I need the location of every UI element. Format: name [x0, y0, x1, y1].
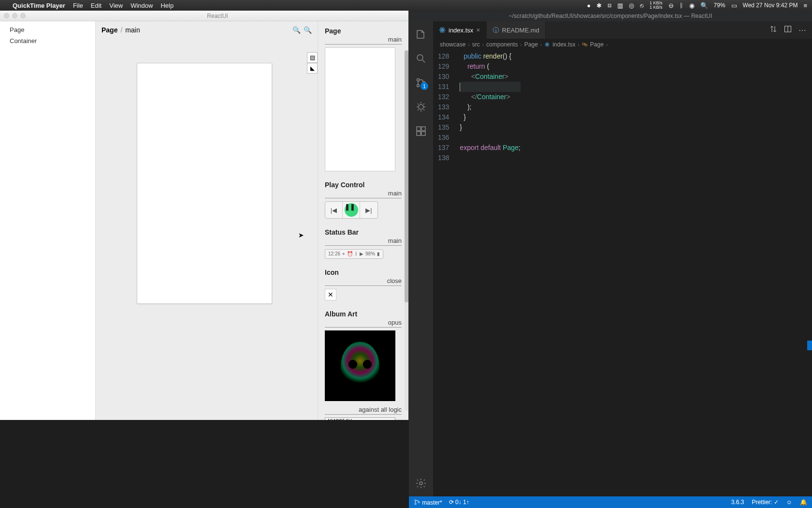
network-speed[interactable]: 1 KB/s 1 KB/s — [650, 1, 663, 10]
menu-edit[interactable]: Edit — [91, 2, 102, 9]
prettier-status[interactable]: Prettier: ✓ — [752, 499, 778, 506]
extensions-icon[interactable] — [415, 125, 427, 137]
status-time: 12:26 — [328, 251, 340, 256]
gallery-title-icon: Icon — [325, 269, 402, 276]
panel-scrollbar[interactable] — [405, 50, 408, 410]
tab-index-tsx[interactable]: index.tsx × — [433, 21, 487, 39]
battery-icon[interactable]: ▭ — [731, 2, 737, 9]
location-icon: ⌖ — [342, 251, 345, 257]
sidebar-item-page[interactable]: Page — [0, 24, 95, 35]
svg-point-16 — [547, 44, 548, 45]
svg-rect-21 — [585, 44, 587, 46]
menu-view[interactable]: View — [109, 2, 123, 9]
vscode-titlebar: ~/scratch/github/ReactUI/showcase/src/co… — [409, 11, 812, 21]
overview-ruler[interactable] — [807, 50, 812, 496]
breadcrumb-item[interactable]: Page — [524, 41, 538, 48]
source-control-icon[interactable]: 1 — [415, 76, 427, 89]
tab-close-icon[interactable]: × — [476, 26, 480, 34]
git-sync[interactable]: ⟳ 0↓ 1↑ — [449, 499, 469, 506]
showcase-breadcrumb: Page / main 🔍 🔍 — [96, 21, 318, 39]
battery-percent[interactable]: 79% — [714, 2, 725, 9]
feedback-icon[interactable]: ☺ — [786, 499, 792, 506]
gallery-variant-play-control[interactable]: main — [325, 190, 402, 198]
git-branch[interactable]: master* — [414, 499, 442, 506]
minimize-button[interactable] — [12, 13, 17, 18]
breadcrumb-item[interactable]: index.tsx — [552, 41, 575, 48]
record-indicator-icon[interactable]: ● — [587, 2, 591, 9]
more-actions-icon[interactable]: ⋯ — [798, 26, 806, 35]
code-content[interactable]: public render() { return ( <Container> <… — [456, 50, 520, 496]
gallery-preview-status-bar[interactable]: 12:26 ⌖ ⏰ ᛒ ▶ 98% ▮ — [325, 249, 383, 259]
breadcrumb-component: Page — [102, 26, 117, 34]
debug-icon[interactable] — [415, 101, 427, 113]
app-icon[interactable]: ◎ — [629, 2, 634, 9]
dropbox-icon[interactable]: ⧈ — [608, 1, 611, 9]
gallery-variant-page[interactable]: main — [325, 36, 402, 45]
menu-file[interactable]: File — [73, 2, 83, 9]
menu-window[interactable]: Window — [130, 2, 153, 9]
datetime[interactable]: Wed 27 Nov 9:42 PM — [743, 2, 798, 9]
file-icon — [544, 42, 550, 47]
bluetooth-icon[interactable]: ᛒ — [680, 2, 683, 9]
bluetooth-small-icon: ᛒ — [355, 251, 358, 256]
svg-point-9 — [420, 482, 422, 485]
gallery-variant-album-aal[interactable]: against all logic — [325, 406, 402, 415]
gallery-title-play-control: Play Control — [325, 181, 402, 189]
album-art-skull-image — [341, 342, 379, 390]
tool-icon[interactable]: ⎋ — [640, 2, 644, 9]
compare-changes-icon[interactable] — [769, 25, 777, 35]
tab-readme[interactable]: README.md — [487, 21, 546, 39]
split-editor-icon[interactable] — [784, 25, 792, 35]
menubar-extra-icon[interactable]: ✱ — [596, 2, 602, 9]
svg-rect-7 — [417, 132, 420, 135]
svg-point-4 — [419, 105, 423, 109]
breadcrumb-item[interactable]: src — [472, 41, 480, 48]
spotlight-icon[interactable]: 🔍 — [700, 2, 708, 9]
breadcrumb-item[interactable]: showcase — [440, 41, 465, 48]
panel-scrollbar-thumb[interactable] — [405, 50, 408, 302]
zoom-in-icon[interactable]: 🔍 — [304, 26, 312, 34]
zoom-out-icon[interactable]: 🔍 — [292, 26, 301, 34]
prev-track-icon[interactable]: |◀ — [325, 202, 343, 218]
settings-gear-icon[interactable] — [415, 477, 427, 490]
menu-help[interactable]: Help — [160, 2, 174, 9]
component-gallery-panel: Page main Play Control main |◀ ❚❚ ▶| — [318, 21, 408, 420]
typescript-react-icon — [439, 27, 446, 33]
status-battery-pct: 98% — [365, 251, 375, 256]
next-track-icon[interactable]: ▶| — [360, 202, 377, 218]
app-name[interactable]: QuickTime Player — [13, 2, 65, 9]
gallery-title-page: Page — [325, 27, 402, 35]
airdrop-icon[interactable]: ⊖ — [668, 2, 674, 9]
gallery-preview-play-control[interactable]: |◀ ❚❚ ▶| — [325, 201, 378, 219]
svg-point-2 — [417, 85, 420, 87]
pause-button[interactable]: ❚❚ — [343, 202, 360, 218]
stats-icon[interactable]: ▥ — [617, 2, 623, 9]
component-list-sidebar: Page Container — [0, 21, 96, 420]
gallery-variant-album-opus[interactable]: opus — [325, 319, 402, 328]
notification-center-icon[interactable]: ≡ — [803, 2, 807, 9]
gallery-variant-icon[interactable]: close — [325, 277, 402, 286]
gallery-preview-icon-close[interactable]: ✕ — [325, 289, 336, 300]
zoom-button[interactable] — [20, 13, 26, 18]
editor-area: index.tsx × README.md ⋯ showcase› src› c… — [433, 21, 812, 496]
gallery-preview-album-aal[interactable]: AGAINST ALL — [325, 418, 395, 420]
explorer-icon[interactable] — [415, 28, 427, 41]
editor-breadcrumbs[interactable]: showcase› src› components› Page› index.t… — [433, 39, 812, 50]
search-icon[interactable] — [415, 52, 427, 65]
gallery-variant-status-bar[interactable]: main — [325, 237, 402, 246]
breadcrumb-item[interactable]: components — [486, 41, 518, 48]
breadcrumb-item[interactable]: Page — [590, 41, 604, 48]
sidebar-item-container[interactable]: Container — [0, 35, 95, 46]
wifi-icon[interactable]: ◉ — [689, 2, 695, 9]
gallery-preview-album-opus[interactable] — [325, 330, 395, 401]
macos-menubar: QuickTime Player File Edit View Window H… — [0, 0, 812, 11]
code-editor[interactable]: 128129130131132133134135136137138 public… — [433, 50, 812, 496]
gallery-preview-page[interactable] — [325, 47, 395, 171]
close-button[interactable] — [4, 13, 9, 18]
tool-tag-icon[interactable]: ◣ — [307, 63, 318, 74]
class-symbol-icon — [582, 42, 588, 47]
tool-panel-icon[interactable]: ▤ — [307, 52, 318, 63]
svg-rect-5 — [417, 127, 420, 131]
typescript-version[interactable]: 3.6.3 — [731, 499, 744, 506]
notifications-icon[interactable]: 🔔 — [800, 499, 807, 506]
